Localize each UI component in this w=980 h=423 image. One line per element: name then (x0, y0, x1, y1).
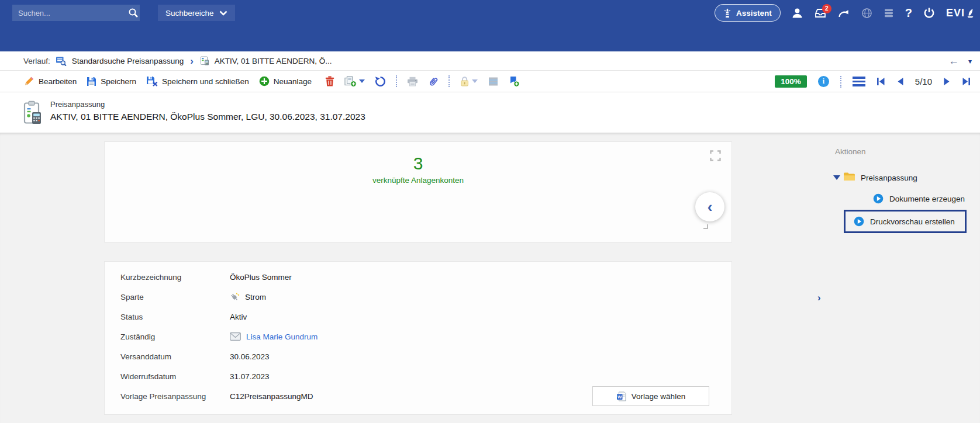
detail-form-card: Kurzbezeichnung ÖkoPlus Sommer Sparte St… (104, 261, 732, 415)
kpi-value[interactable]: 3 (105, 154, 731, 174)
vorlage-waehlen-label: Vorlage wählen (632, 392, 685, 401)
search-input[interactable] (12, 9, 127, 18)
copy-record-button[interactable] (344, 76, 365, 87)
last-page-icon (962, 77, 971, 86)
toolbar: Bearbeiten Speichern Speichern und schli… (0, 71, 980, 92)
global-search (12, 5, 140, 21)
form-row-versanddatum: Versanddatum 30.06.2023 (105, 346, 731, 366)
kpi-label[interactable]: verknüpfte Anlagenkonten (105, 176, 731, 185)
action-group-preisanpassung[interactable]: Preisanpassung (861, 174, 917, 182)
action-label: Dokumente erzeugen (889, 195, 965, 203)
breadcrumb-nav: ← ▾ (948, 51, 972, 71)
versanddatum-value: 30.06.2023 (230, 352, 270, 361)
refresh-icon (375, 76, 386, 87)
record-header: Preisanpassung AKTIV, 01 BITTE AENDERN, … (0, 92, 980, 133)
search-history-icon (56, 56, 67, 66)
field-label: Widerrufsdatum (120, 372, 226, 381)
power-icon[interactable] (923, 7, 935, 19)
flag-plus-icon (509, 76, 520, 87)
globe-icon[interactable] (861, 8, 872, 19)
delete-button[interactable] (325, 76, 334, 86)
stack-icon (488, 77, 499, 86)
bearbeiten-label: Bearbeiten (39, 77, 77, 86)
panel-expand-chevron[interactable]: › (817, 292, 821, 304)
speichern-und-schliessen-label: Speichern und schließen (162, 77, 249, 86)
sparte-text: Strom (245, 293, 266, 301)
topbar-actions: Assistent 2 ? EVI (715, 0, 974, 26)
zustaendig-link[interactable]: Lisa Marie Gundrum (246, 332, 318, 341)
print-button[interactable] (407, 77, 418, 86)
inbox-icon[interactable]: 2 (814, 8, 827, 18)
tree-collapse-caret-icon[interactable] (833, 175, 840, 180)
redo-icon[interactable] (838, 8, 850, 18)
breadcrumb: Verlauf: Standardsuche Preisanpassung › … (0, 51, 980, 71)
toolbar-separator (396, 75, 397, 87)
database-icon[interactable] (884, 8, 894, 18)
search-icon[interactable] (127, 5, 140, 21)
topbar: Suchbereiche Assistent 2 (0, 0, 980, 26)
breadcrumb-prefix: Verlauf: (23, 57, 50, 65)
svg-text:W: W (617, 394, 622, 399)
assistent-button[interactable]: Assistent (715, 4, 781, 22)
speichern-und-schliessen-button[interactable]: Speichern und schließen (146, 76, 249, 86)
main-content: 3 verknüpfte Anlagenkonten ‹ Kurzbezeich… (0, 133, 980, 423)
data-stack-button[interactable] (488, 77, 499, 86)
collapse-panel-button[interactable]: ‹ (695, 192, 724, 221)
action-dokumente-erzeugen[interactable]: Dokumente erzeugen (873, 193, 965, 204)
lock-caret-icon (472, 79, 478, 83)
fullscreen-icon[interactable] (710, 150, 721, 164)
kurzbezeichnung-value: ÖkoPlus Sommer (230, 273, 292, 282)
attachments-button[interactable] (428, 76, 439, 87)
resize-corner (703, 224, 708, 229)
play-circle-icon (873, 193, 884, 204)
menu-icon[interactable] (853, 77, 865, 86)
action-label: Druckvorschau erstellen (870, 217, 955, 226)
toolbar-separator (448, 75, 450, 87)
page-indicator: 5/10 (915, 77, 932, 86)
field-label: Zuständig (120, 332, 226, 341)
last-page-button[interactable] (962, 77, 971, 86)
breadcrumb-item-current[interactable]: AKTIV, 01 BITTE AENDERN, Ö... (215, 57, 332, 65)
previous-page-icon (896, 77, 904, 86)
play-circle-icon (854, 216, 864, 227)
add-bookmark-button[interactable] (509, 76, 520, 87)
form-row-zustaendig: Zuständig Lisa Marie Gundrum (105, 327, 731, 346)
suchbereiche-dropdown[interactable]: Suchbereiche (158, 5, 235, 21)
lock-button[interactable] (460, 76, 478, 86)
folder-icon[interactable] (843, 172, 855, 184)
neuanlage-button[interactable]: Neuanlage (259, 76, 312, 86)
zoom-level-badge[interactable]: 100% (775, 75, 807, 88)
form-row-kurzbezeichnung: Kurzbezeichnung ÖkoPlus Sommer (105, 267, 731, 287)
first-page-button[interactable] (877, 77, 885, 86)
bearbeiten-button[interactable]: Bearbeiten (23, 76, 77, 86)
evi-logo: EVI (946, 7, 974, 19)
chevron-down-icon (219, 11, 227, 16)
envelope-icon[interactable] (230, 332, 241, 341)
power-plug-icon (230, 292, 240, 302)
previous-page-button[interactable] (896, 77, 904, 86)
kpi-card: 3 verknüpfte Anlagenkonten ‹ (104, 141, 732, 242)
suchbereiche-label: Suchbereiche (165, 9, 214, 18)
back-arrow-icon[interactable]: ← (948, 55, 959, 67)
form-row-sparte: Sparte Strom (105, 287, 731, 307)
page-title: AKTIV, 01 BITTE AENDERN, ÖkoPlus Sommer,… (50, 112, 365, 122)
trash-icon (325, 76, 334, 86)
next-page-button[interactable] (943, 77, 951, 86)
history-caret-icon[interactable]: ▾ (968, 57, 972, 65)
form-row-widerrufsdatum: Widerrufsdatum 31.07.2023 (105, 366, 731, 386)
field-label: Kurzbezeichnung (120, 273, 226, 282)
user-icon[interactable] (792, 8, 803, 18)
actions-panel: Aktionen Preisanpassung Dokumente erzeug… (824, 133, 980, 423)
speichern-button[interactable]: Speichern (87, 77, 136, 86)
help-icon[interactable]: ? (905, 6, 912, 20)
next-page-icon (943, 77, 951, 86)
assistent-label: Assistent (736, 9, 772, 18)
zustaendig-value[interactable]: Lisa Marie Gundrum (230, 332, 318, 341)
breadcrumb-item-standardsuche[interactable]: Standardsuche Preisanpassung (72, 57, 184, 65)
info-icon[interactable]: i (818, 76, 829, 87)
field-label: Versanddatum (120, 352, 226, 361)
plus-circle-icon (259, 76, 270, 86)
action-druckvorschau-erstellen-highlighted[interactable]: Druckvorschau erstellen (844, 210, 967, 233)
refresh-button[interactable] (375, 76, 386, 87)
vorlage-waehlen-button[interactable]: W Vorlage wählen (592, 386, 709, 406)
